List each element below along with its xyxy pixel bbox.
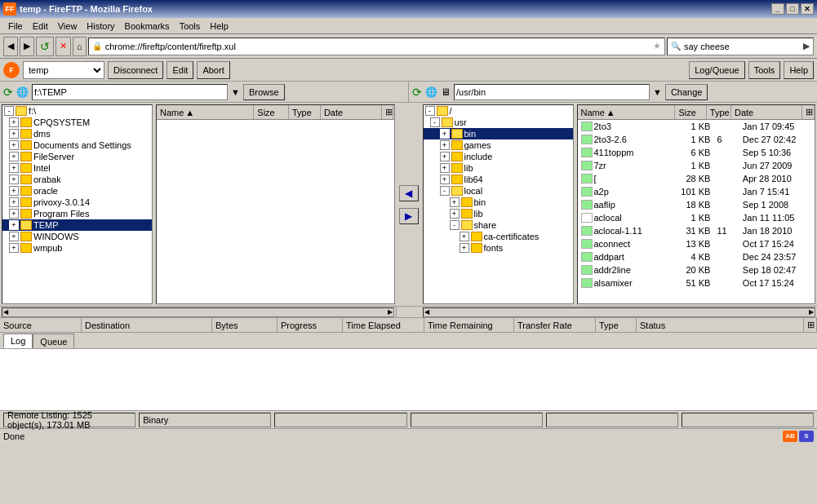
menu-view[interactable]: View — [53, 20, 82, 33]
reload-button[interactable]: ↺ — [36, 37, 54, 56]
expand-icon[interactable]: + — [450, 209, 460, 219]
tree-item[interactable]: + bin — [424, 128, 573, 139]
remote-path-input[interactable] — [454, 84, 650, 100]
file-row[interactable]: aaflip 18 KB Sep 1 2008 — [578, 198, 815, 211]
expand-icon[interactable]: + — [440, 152, 450, 161]
profile-select[interactable]: temp — [23, 61, 104, 79]
tree-item[interactable]: + Documents and Settings — [2, 139, 152, 151]
abort-button[interactable]: Abort — [197, 61, 229, 79]
col-header-name[interactable]: Name ▲ — [157, 105, 254, 119]
tree-item[interactable]: - share — [424, 219, 573, 231]
col-header-expand[interactable]: ⊞ — [802, 105, 815, 119]
menu-bookmarks[interactable]: Bookmarks — [120, 20, 175, 33]
col-header-expand[interactable]: ⊞ — [382, 105, 393, 119]
tree-item[interactable]: + include — [424, 151, 573, 162]
expand-icon[interactable]: + — [9, 243, 19, 253]
expand-icon[interactable]: + — [9, 117, 19, 127]
tools-button[interactable]: Tools — [748, 61, 781, 79]
maximize-button[interactable]: □ — [786, 3, 799, 15]
address-star-icon[interactable]: ★ — [653, 41, 661, 51]
transfer-left-button[interactable]: ◀ — [399, 185, 419, 201]
expand-icon[interactable]: + — [9, 186, 19, 196]
tree-item[interactable]: + games — [424, 139, 573, 151]
menu-history[interactable]: History — [82, 20, 119, 33]
expand-icon[interactable]: - — [450, 220, 460, 230]
tree-item[interactable]: + lib — [424, 208, 573, 219]
expand-icon[interactable]: + — [9, 175, 19, 184]
help-button[interactable]: Help — [784, 61, 814, 79]
expand-icon[interactable]: + — [9, 152, 19, 161]
transfer-expand[interactable]: ⊞ — [804, 318, 817, 332]
tab-queue[interactable]: Queue — [33, 334, 74, 348]
remote-tree-pane[interactable]: - / - usr + bin + games + i — [423, 104, 574, 304]
col-header-type[interactable]: Type — [289, 105, 321, 119]
expand-icon[interactable]: - — [4, 106, 14, 116]
tree-item[interactable]: - f:\ — [2, 105, 152, 117]
tree-item[interactable]: + TEMP — [2, 219, 152, 231]
stop-button[interactable]: ✕ — [56, 37, 71, 56]
file-row[interactable]: 411toppm 6 KB Sep 5 10:36 — [578, 146, 815, 159]
tree-item[interactable]: - / — [424, 105, 573, 117]
file-row[interactable]: 2to3-2.6 1 KB 6 Dec 27 02:42 — [578, 133, 815, 146]
home-button[interactable]: ⌂ — [73, 37, 87, 56]
tree-item[interactable]: + lib64 — [424, 174, 573, 185]
expand-icon[interactable]: + — [450, 197, 460, 207]
tree-item[interactable]: + FileServer — [2, 151, 152, 162]
file-row[interactable]: addr2line 20 KB Sep 18 02:47 — [578, 263, 815, 276]
minimize-button[interactable]: _ — [771, 3, 784, 15]
expand-icon[interactable]: + — [9, 163, 19, 173]
tree-item[interactable]: + fonts — [424, 242, 573, 254]
remote-refresh-icon[interactable]: ⟳ — [412, 86, 422, 99]
log-area[interactable] — [0, 349, 817, 410]
search-submit-icon[interactable]: ▶ — [803, 41, 810, 51]
file-row[interactable]: a2p 101 KB Jan 7 15:41 — [578, 185, 815, 198]
expand-icon[interactable]: - — [425, 106, 435, 116]
expand-icon[interactable]: + — [440, 140, 450, 150]
file-row[interactable]: aclocal-1.11 31 KB 11 Jan 18 2010 — [578, 224, 815, 237]
file-row[interactable]: [ 28 KB Apr 28 2010 — [578, 172, 815, 185]
file-row[interactable]: aclocal 1 KB Jan 11 11:05 — [578, 211, 815, 224]
remote-hscrollbar[interactable]: ◀▶ — [423, 307, 815, 317]
col-header-date[interactable]: Date — [321, 105, 382, 119]
file-row[interactable]: 2to3 1 KB Jan 17 09:45 — [578, 120, 815, 133]
expand-icon[interactable]: + — [9, 129, 19, 139]
expand-icon[interactable]: + — [460, 232, 469, 241]
transfer-right-button[interactable]: ▶ — [399, 208, 419, 224]
tree-item[interactable]: + ca-certificates — [424, 231, 573, 242]
tree-item[interactable]: + lib — [424, 162, 573, 174]
expand-icon[interactable]: + — [9, 232, 19, 241]
expand-icon[interactable]: + — [9, 140, 19, 150]
menu-tools[interactable]: Tools — [175, 20, 206, 33]
local-refresh-icon[interactable]: ⟳ — [3, 86, 13, 99]
tree-item[interactable]: + privoxy-3.0.14 — [2, 197, 152, 208]
local-tree-pane[interactable]: - f:\ + CPQSYSTEM + dms + Documents and … — [2, 104, 153, 304]
tree-item[interactable]: + oracle — [2, 185, 152, 197]
tree-item[interactable]: + Intel — [2, 162, 152, 174]
change-button[interactable]: Change — [665, 84, 708, 100]
remote-path-dropdown-icon[interactable]: ▼ — [653, 87, 662, 97]
col-header-size[interactable]: Size — [675, 105, 706, 119]
log-queue-button[interactable]: Log/Queue — [689, 61, 744, 79]
file-row[interactable]: addpart 4 KB Dec 24 23:57 — [578, 250, 815, 263]
file-row[interactable]: 7zr 1 KB Jun 27 2009 — [578, 159, 815, 172]
col-header-name[interactable]: Name ▲ — [578, 105, 676, 119]
local-path-dropdown-icon[interactable]: ▼ — [231, 87, 240, 97]
edit-button[interactable]: Edit — [167, 61, 193, 79]
tree-item[interactable]: + wmpub — [2, 242, 152, 254]
col-header-size[interactable]: Size — [254, 105, 289, 119]
expand-icon[interactable]: - — [440, 186, 450, 196]
expand-icon[interactable]: + — [9, 209, 19, 219]
col-header-type[interactable]: Type — [707, 105, 731, 119]
expand-icon[interactable]: + — [9, 197, 19, 207]
disconnect-button[interactable]: Disconnect — [108, 61, 163, 79]
file-row[interactable]: alsamixer 51 KB Oct 17 15:24 — [578, 276, 815, 290]
close-button[interactable]: ✕ — [801, 3, 814, 15]
tree-item[interactable]: + orabak — [2, 174, 152, 185]
col-header-date[interactable]: Date — [731, 105, 802, 119]
tab-log[interactable]: Log — [3, 334, 33, 348]
tree-item[interactable]: - usr — [424, 117, 573, 128]
titlebar-controls[interactable]: _ □ ✕ — [771, 3, 814, 15]
tree-item[interactable]: - local — [424, 185, 573, 197]
local-path-input[interactable] — [32, 84, 228, 100]
browse-button[interactable]: Browse — [243, 84, 285, 100]
